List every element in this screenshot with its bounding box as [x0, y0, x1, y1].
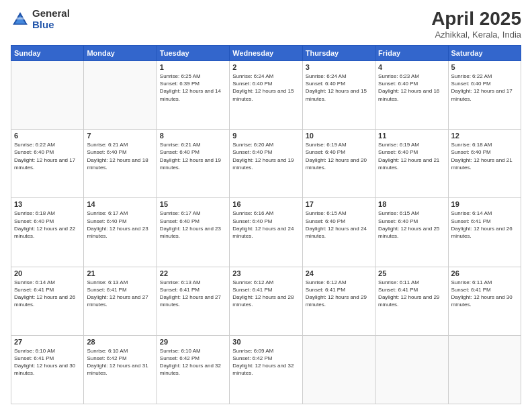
cell-info: Sunrise: 6:10 AM Sunset: 6:42 PM Dayligh… — [87, 347, 153, 377]
day-number: 7 — [87, 132, 153, 140]
calendar-cell: 28Sunrise: 6:10 AM Sunset: 6:42 PM Dayli… — [84, 335, 157, 404]
cell-info: Sunrise: 6:15 AM Sunset: 6:40 PM Dayligh… — [378, 210, 445, 240]
day-number: 2 — [232, 63, 299, 71]
calendar-week-row: 6Sunrise: 6:22 AM Sunset: 6:40 PM Daylig… — [11, 130, 521, 198]
calendar-cell: 1Sunrise: 6:25 AM Sunset: 6:39 PM Daylig… — [157, 61, 229, 130]
title-block: April 2025 Azhikkal, Kerala, India — [431, 8, 521, 40]
calendar-cell: 12Sunrise: 6:18 AM Sunset: 6:40 PM Dayli… — [448, 130, 521, 198]
day-number: 26 — [451, 269, 518, 277]
day-number: 23 — [232, 269, 299, 277]
header: General Blue April 2025 Azhikkal, Kerala… — [11, 8, 521, 40]
cell-info: Sunrise: 6:13 AM Sunset: 6:41 PM Dayligh… — [87, 279, 153, 309]
day-number: 12 — [451, 132, 518, 140]
day-number: 10 — [306, 132, 372, 140]
calendar-week-row: 1Sunrise: 6:25 AM Sunset: 6:39 PM Daylig… — [11, 61, 521, 130]
cell-info: Sunrise: 6:22 AM Sunset: 6:40 PM Dayligh… — [451, 73, 518, 103]
day-number: 18 — [378, 200, 445, 208]
day-number: 1 — [160, 63, 226, 71]
day-number: 19 — [451, 200, 518, 208]
calendar-cell: 23Sunrise: 6:12 AM Sunset: 6:41 PM Dayli… — [230, 267, 302, 335]
cell-info: Sunrise: 6:11 AM Sunset: 6:41 PM Dayligh… — [378, 279, 445, 309]
cell-info: Sunrise: 6:17 AM Sunset: 6:40 PM Dayligh… — [87, 210, 153, 240]
logo-blue-text: Blue — [32, 19, 70, 31]
calendar-cell: 9Sunrise: 6:20 AM Sunset: 6:40 PM Daylig… — [230, 130, 302, 198]
cell-info: Sunrise: 6:18 AM Sunset: 6:40 PM Dayligh… — [14, 210, 81, 240]
calendar-cell: 27Sunrise: 6:10 AM Sunset: 6:41 PM Dayli… — [11, 335, 84, 404]
day-number: 8 — [160, 132, 226, 140]
cell-info: Sunrise: 6:16 AM Sunset: 6:40 PM Dayligh… — [232, 210, 299, 240]
day-number: 27 — [14, 338, 81, 346]
cell-info: Sunrise: 6:24 AM Sunset: 6:40 PM Dayligh… — [232, 73, 299, 103]
weekday-header-monday: Monday — [84, 46, 157, 61]
cell-info: Sunrise: 6:14 AM Sunset: 6:41 PM Dayligh… — [14, 279, 81, 309]
calendar-cell: 11Sunrise: 6:19 AM Sunset: 6:40 PM Dayli… — [375, 130, 448, 198]
calendar-cell — [302, 335, 375, 404]
svg-rect-2 — [16, 17, 24, 19]
calendar-cell — [84, 61, 157, 130]
cell-info: Sunrise: 6:25 AM Sunset: 6:39 PM Dayligh… — [160, 73, 226, 103]
weekday-header-sunday: Sunday — [11, 46, 84, 61]
cell-info: Sunrise: 6:21 AM Sunset: 6:40 PM Dayligh… — [87, 141, 153, 171]
calendar-cell: 20Sunrise: 6:14 AM Sunset: 6:41 PM Dayli… — [11, 267, 84, 335]
day-number: 13 — [14, 200, 81, 208]
calendar-cell — [448, 335, 521, 404]
cell-info: Sunrise: 6:12 AM Sunset: 6:41 PM Dayligh… — [232, 279, 299, 309]
weekday-header-friday: Friday — [375, 46, 448, 61]
calendar-cell: 25Sunrise: 6:11 AM Sunset: 6:41 PM Dayli… — [375, 267, 448, 335]
calendar-cell: 6Sunrise: 6:22 AM Sunset: 6:40 PM Daylig… — [11, 130, 84, 198]
calendar-cell: 18Sunrise: 6:15 AM Sunset: 6:40 PM Dayli… — [375, 198, 448, 267]
calendar-cell: 15Sunrise: 6:17 AM Sunset: 6:40 PM Dayli… — [157, 198, 229, 267]
day-number: 21 — [87, 269, 153, 277]
day-number: 24 — [306, 269, 372, 277]
day-number: 20 — [14, 269, 81, 277]
logo-general-text: General — [32, 8, 70, 19]
cell-info: Sunrise: 6:19 AM Sunset: 6:40 PM Dayligh… — [306, 141, 372, 171]
cell-info: Sunrise: 6:10 AM Sunset: 6:42 PM Dayligh… — [160, 347, 226, 377]
calendar-cell: 10Sunrise: 6:19 AM Sunset: 6:40 PM Dayli… — [302, 130, 375, 198]
cell-info: Sunrise: 6:17 AM Sunset: 6:40 PM Dayligh… — [160, 210, 226, 240]
weekday-header-tuesday: Tuesday — [157, 46, 229, 61]
calendar-cell — [375, 335, 448, 404]
weekday-header-row: SundayMondayTuesdayWednesdayThursdayFrid… — [11, 46, 521, 61]
cell-info: Sunrise: 6:24 AM Sunset: 6:40 PM Dayligh… — [306, 73, 372, 103]
location-subtitle: Azhikkal, Kerala, India — [431, 30, 521, 40]
calendar-cell: 26Sunrise: 6:11 AM Sunset: 6:41 PM Dayli… — [448, 267, 521, 335]
calendar-cell: 24Sunrise: 6:12 AM Sunset: 6:41 PM Dayli… — [302, 267, 375, 335]
day-number: 30 — [232, 338, 299, 346]
calendar-cell: 14Sunrise: 6:17 AM Sunset: 6:40 PM Dayli… — [84, 198, 157, 267]
day-number: 9 — [232, 132, 299, 140]
logo-icon — [11, 10, 30, 29]
calendar-cell: 16Sunrise: 6:16 AM Sunset: 6:40 PM Dayli… — [230, 198, 302, 267]
calendar-cell: 2Sunrise: 6:24 AM Sunset: 6:40 PM Daylig… — [230, 61, 302, 130]
cell-info: Sunrise: 6:15 AM Sunset: 6:40 PM Dayligh… — [306, 210, 372, 240]
day-number: 29 — [160, 338, 226, 346]
cell-info: Sunrise: 6:20 AM Sunset: 6:40 PM Dayligh… — [232, 141, 299, 171]
day-number: 16 — [232, 200, 299, 208]
weekday-header-thursday: Thursday — [302, 46, 375, 61]
weekday-header-wednesday: Wednesday — [230, 46, 302, 61]
calendar-cell: 5Sunrise: 6:22 AM Sunset: 6:40 PM Daylig… — [448, 61, 521, 130]
logo: General Blue — [11, 8, 70, 30]
cell-info: Sunrise: 6:23 AM Sunset: 6:40 PM Dayligh… — [378, 73, 445, 103]
calendar-cell: 29Sunrise: 6:10 AM Sunset: 6:42 PM Dayli… — [157, 335, 229, 404]
day-number: 11 — [378, 132, 445, 140]
cell-info: Sunrise: 6:19 AM Sunset: 6:40 PM Dayligh… — [378, 141, 445, 171]
calendar-table: SundayMondayTuesdayWednesdayThursdayFrid… — [11, 45, 521, 404]
calendar-cell: 13Sunrise: 6:18 AM Sunset: 6:40 PM Dayli… — [11, 198, 84, 267]
calendar-cell: 8Sunrise: 6:21 AM Sunset: 6:40 PM Daylig… — [157, 130, 229, 198]
day-number: 5 — [451, 63, 518, 71]
day-number: 28 — [87, 338, 153, 346]
cell-info: Sunrise: 6:22 AM Sunset: 6:40 PM Dayligh… — [14, 141, 81, 171]
day-number: 17 — [306, 200, 372, 208]
logo-text: General Blue — [32, 8, 70, 30]
calendar-week-row: 13Sunrise: 6:18 AM Sunset: 6:40 PM Dayli… — [11, 198, 521, 267]
calendar-cell: 30Sunrise: 6:09 AM Sunset: 6:42 PM Dayli… — [230, 335, 302, 404]
day-number: 22 — [160, 269, 226, 277]
calendar-week-row: 27Sunrise: 6:10 AM Sunset: 6:41 PM Dayli… — [11, 335, 521, 404]
cell-info: Sunrise: 6:14 AM Sunset: 6:41 PM Dayligh… — [451, 210, 518, 240]
cell-info: Sunrise: 6:09 AM Sunset: 6:42 PM Dayligh… — [232, 347, 299, 377]
day-number: 3 — [306, 63, 372, 71]
page: General Blue April 2025 Azhikkal, Kerala… — [0, 0, 532, 411]
day-number: 4 — [378, 63, 445, 71]
calendar-cell: 3Sunrise: 6:24 AM Sunset: 6:40 PM Daylig… — [302, 61, 375, 130]
